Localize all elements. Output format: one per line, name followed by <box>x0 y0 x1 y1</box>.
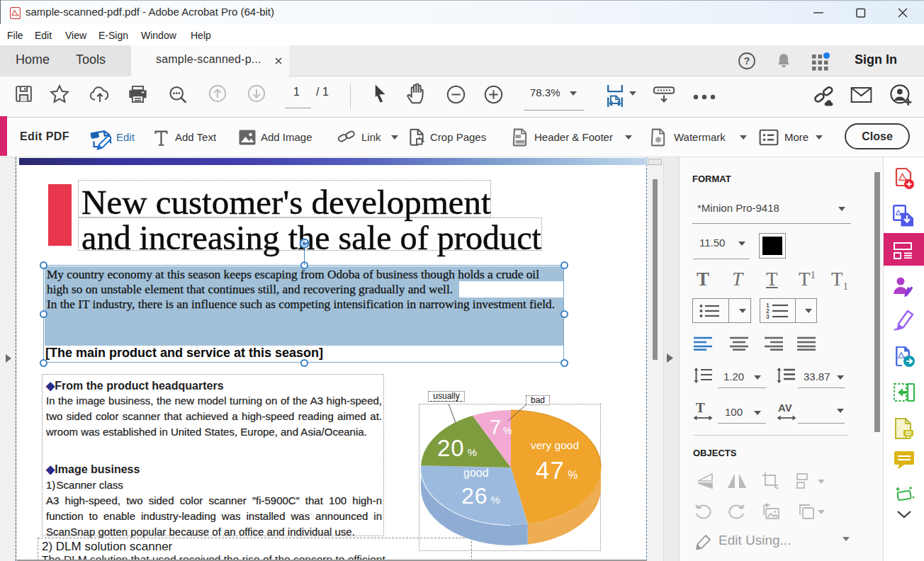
svg-text:3: 3 <box>766 313 770 320</box>
svg-text:T: T <box>696 401 705 415</box>
svg-text:?: ? <box>744 55 750 67</box>
svg-text:AV: AV <box>778 402 792 414</box>
